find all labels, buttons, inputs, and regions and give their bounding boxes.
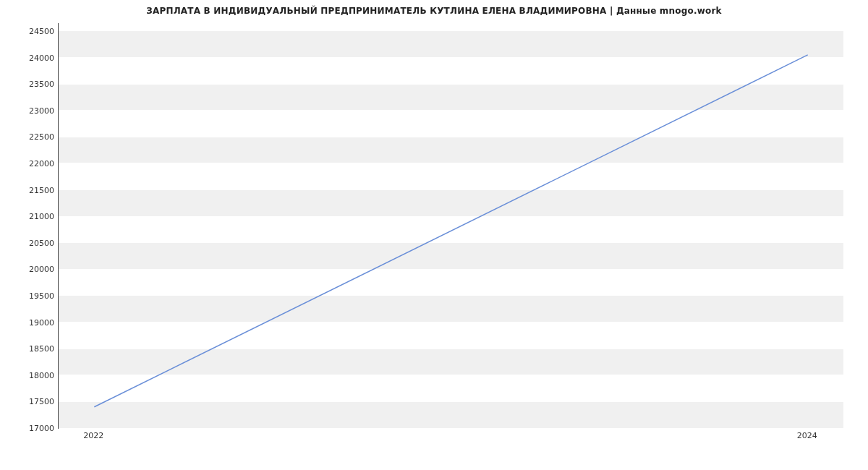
y-tick-label: 17000 <box>22 424 54 433</box>
y-tick-label: 19000 <box>22 317 54 327</box>
y-tick-label: 21500 <box>22 185 54 195</box>
y-tick-label: 22000 <box>22 158 54 168</box>
line-series <box>59 23 843 428</box>
y-tick-label: 23000 <box>22 106 54 115</box>
plot-area <box>58 23 843 429</box>
y-tick-label: 22500 <box>22 132 54 142</box>
y-tick-label: 20500 <box>22 238 54 247</box>
y-tick-label: 24000 <box>22 53 54 62</box>
y-tick-label: 20000 <box>22 265 54 274</box>
y-tick-label: 17500 <box>22 397 54 406</box>
x-tick-label: 2024 <box>797 431 817 440</box>
x-tick-label: 2022 <box>83 431 103 440</box>
y-tick-label: 24500 <box>22 26 54 35</box>
chart-container: ЗАРПЛАТА В ИНДИВИДУАЛЬНЫЙ ПРЕДПРИНИМАТЕЛ… <box>0 0 868 470</box>
series-line <box>94 55 807 407</box>
y-tick-label: 21000 <box>22 212 54 221</box>
y-tick-label: 18000 <box>22 370 54 380</box>
y-tick-label: 18500 <box>22 344 54 354</box>
y-tick-label: 19500 <box>22 291 54 300</box>
y-tick-label: 23500 <box>22 80 54 89</box>
chart-title: ЗАРПЛАТА В ИНДИВИДУАЛЬНЫЙ ПРЕДПРИНИМАТЕЛ… <box>0 6 868 16</box>
